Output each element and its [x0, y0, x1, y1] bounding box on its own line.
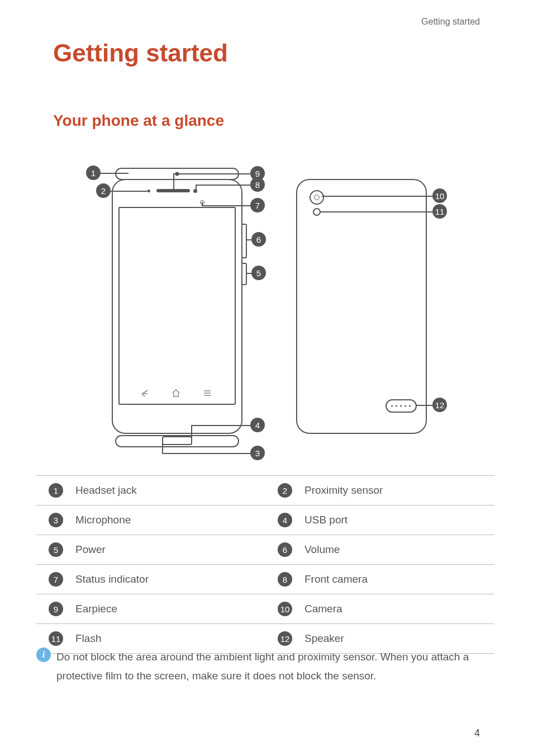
callout-1: 1 — [86, 166, 101, 180]
leader-line — [322, 196, 432, 197]
rear-camera — [310, 190, 324, 205]
leader-line — [191, 425, 250, 426]
table-badge: 6 — [278, 542, 292, 557]
callout-2: 2 — [96, 183, 111, 198]
phone-back-outline — [296, 179, 427, 434]
table-label: Speaker — [304, 632, 494, 645]
table-label: Status indicator — [75, 573, 265, 585]
callout-8: 8 — [250, 177, 265, 192]
nav-bar — [118, 385, 234, 401]
leader-line — [111, 191, 147, 192]
callout-11: 11 — [432, 204, 447, 219]
callout-12: 12 — [432, 398, 447, 412]
phone-diagram: 1 2 9 8 7 6 5 4 3 10 11 12 — [84, 162, 447, 464]
leader-line — [320, 211, 432, 212]
leader-line — [162, 440, 163, 453]
table-row: 7 Status indicator 8 Front camera — [36, 564, 494, 594]
table-badge: 12 — [278, 631, 292, 646]
leader-line — [416, 405, 432, 406]
table-badge: 5 — [49, 542, 63, 557]
table-badge: 1 — [49, 483, 63, 498]
home-icon — [171, 388, 181, 398]
leader-line — [196, 185, 250, 186]
callout-6: 6 — [251, 232, 266, 247]
leader-line — [246, 239, 251, 240]
page-title: Getting started — [53, 39, 228, 67]
table-label: Proximity sensor — [304, 484, 494, 497]
table-label: Volume — [304, 544, 494, 556]
table-label: Camera — [304, 603, 494, 615]
table-badge: 11 — [49, 631, 63, 646]
callout-3: 3 — [250, 446, 265, 460]
menu-icon — [202, 388, 212, 398]
leader-line — [173, 173, 250, 174]
callout-10: 10 — [432, 188, 447, 203]
table-row: 1 Headset jack 2 Proximity sensor — [36, 475, 494, 505]
info-note: i Do not block the area around the ambie… — [36, 648, 494, 686]
section-title: Your phone at a glance — [53, 112, 224, 130]
power-button — [241, 263, 247, 285]
table-badge: 9 — [49, 602, 63, 616]
table-row: 3 Microphone 4 USB port — [36, 505, 494, 535]
info-icon: i — [36, 648, 51, 662]
table-badge: 4 — [278, 513, 292, 527]
callout-4: 4 — [250, 418, 265, 432]
leader-line — [101, 173, 129, 174]
leader-line — [173, 173, 174, 189]
leader-line — [162, 453, 250, 454]
back-icon — [140, 388, 150, 398]
table-badge: 2 — [278, 483, 292, 498]
leader-line — [246, 273, 251, 274]
speaker — [386, 399, 417, 413]
earpiece — [156, 189, 190, 192]
table-row: 9 Earpiece 10 Camera — [36, 594, 494, 623]
callout-5: 5 — [251, 266, 266, 280]
note-text: Do not block the area around the ambient… — [56, 648, 494, 686]
table-label: Microphone — [75, 514, 265, 526]
volume-button — [241, 224, 247, 258]
table-label: Earpiece — [75, 603, 265, 615]
callout-7: 7 — [250, 198, 265, 212]
parts-table: 1 Headset jack 2 Proximity sensor 3 Micr… — [36, 475, 494, 654]
usb-port — [162, 436, 192, 445]
page-number: 4 — [474, 727, 480, 739]
table-label: Headset jack — [75, 484, 265, 497]
phone-screen — [118, 207, 236, 405]
table-label: USB port — [304, 514, 494, 526]
table-label: Front camera — [304, 573, 494, 585]
table-label: Flash — [75, 632, 265, 645]
table-row: 5 Power 6 Volume — [36, 535, 494, 564]
table-label: Power — [75, 544, 265, 556]
table-badge: 3 — [49, 513, 63, 527]
table-badge: 7 — [49, 572, 63, 587]
leader-line — [202, 205, 250, 206]
leader-line — [196, 185, 197, 191]
leader-line — [191, 425, 192, 442]
table-badge: 8 — [278, 572, 292, 587]
proximity-sensor — [147, 190, 150, 192]
running-header: Getting started — [421, 17, 480, 27]
table-badge: 10 — [278, 602, 292, 616]
